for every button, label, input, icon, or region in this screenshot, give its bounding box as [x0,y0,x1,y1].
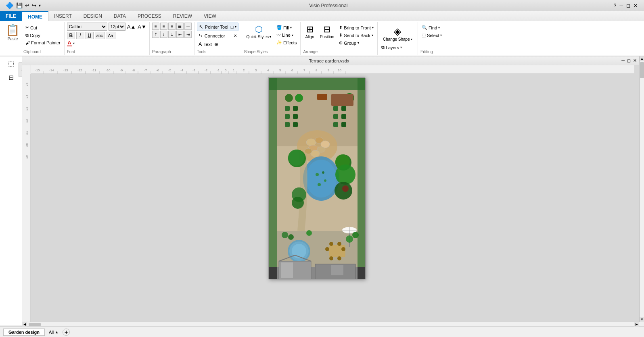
svg-rect-128 [333,106,338,111]
tab-home[interactable]: HOME [22,11,48,22]
pointer-tool-button[interactable]: ↖ Pointer Tool □ ▾ [197,23,239,31]
quick-styles-button[interactable]: ⬡ Quick Styles ▾ [244,23,274,41]
decrease-font-icon[interactable]: A▼ [137,23,147,30]
change-shape-dropdown[interactable]: ▾ [411,37,412,41]
page-tab[interactable]: Garden design [3,329,45,336]
fill-dropdown[interactable]: ▾ [290,26,292,29]
layers-dropdown[interactable]: ▾ [400,46,402,49]
indent-increase-button[interactable]: ⇥ [184,31,192,38]
align-center-button[interactable]: ≡ [160,23,167,30]
save-icon[interactable]: 💾 [16,2,23,8]
vscroll-down-button[interactable]: ▼ [640,317,644,322]
quick-styles-dropdown[interactable]: ▾ [270,35,271,39]
tab-data[interactable]: DATA [108,11,132,21]
select-dropdown[interactable]: ▾ [440,33,442,37]
effects-label: Effects [283,40,297,45]
svg-rect-122 [285,106,290,111]
connector-close-icon[interactable]: ✕ [234,33,237,38]
hscroll-left-button[interactable]: ◀ [22,322,27,327]
hscroll-right-button[interactable]: ▶ [634,322,639,327]
quick-access-toolbar: 🔷 💾 ↩ ↪ ▾ [3,2,43,9]
connector-button[interactable]: ⤷ Connector ✕ [197,32,239,40]
find-dropdown[interactable]: ▾ [438,26,440,29]
copy-button[interactable]: ⧉ Copy [24,32,62,39]
tab-review[interactable]: REVIEW [167,11,198,21]
position-button[interactable]: ⊟ Position [318,23,337,41]
more-icon[interactable]: ▾ [39,3,41,8]
doc-close-icon[interactable]: ✕ [633,58,637,63]
group-dropdown[interactable]: ▾ [358,41,359,45]
drawing-canvas[interactable] [268,77,365,279]
align-button[interactable]: ⊞ Align [303,23,316,41]
font-color-button[interactable]: A [67,40,72,46]
underline-button[interactable]: U [86,32,94,39]
vscroll-up-button[interactable]: ▲ [640,56,644,61]
ruler-corner [22,65,31,74]
increase-font-icon[interactable]: A▲ [127,23,136,30]
quick-styles-icon: ⬡ [255,24,263,35]
svg-point-121 [306,230,312,236]
tab-view[interactable]: VIEW [198,11,222,21]
effects-icon: ✨ [276,40,282,45]
layers-button[interactable]: ⧉ Layers ▾ [380,44,415,51]
align-right-button[interactable]: ≡ [168,23,176,30]
line-dropdown[interactable]: ▾ [292,33,293,37]
align-middle-button[interactable]: ↕ [160,31,167,38]
redo-icon[interactable]: ↪ [32,2,36,8]
vertical-scrollbar[interactable]: ▲ ▼ [639,56,644,322]
paragraph-label: Paragraph [152,50,192,54]
tab-process[interactable]: PROCESS [132,11,167,21]
line-button[interactable]: 〰 Line ▾ [275,32,298,38]
select-label: Select [427,33,439,38]
add-page-button[interactable]: + [63,329,70,336]
doc-minimize-icon[interactable]: ─ [621,58,625,63]
align-bottom-button[interactable]: ⤓ [168,31,176,38]
hscroll-thumb[interactable] [29,323,41,326]
align-left-button[interactable]: ≡ [152,23,159,30]
vscroll-thumb[interactable] [640,62,644,78]
font-family-select[interactable]: Calibri [67,23,107,31]
doc-restore-icon[interactable]: ◻ [627,58,631,63]
find-button[interactable]: 🔍 Find ▾ [420,24,448,31]
restore-icon[interactable]: ◻ [626,3,630,8]
justify-button[interactable]: ☰ [176,23,184,30]
svg-point-90 [335,164,355,185]
font-color-dropdown[interactable]: ▾ [73,42,75,45]
bring-to-front-button[interactable]: ⬆ Bring to Front ▾ [338,24,375,31]
tab-insert[interactable]: INSERT [48,11,78,21]
font-size-select[interactable]: 12pt. [109,23,125,31]
svg-point-85 [322,171,324,174]
bold-button[interactable]: B [67,32,75,39]
tab-file[interactable]: FILE [0,11,22,21]
undo-icon[interactable]: ↩ [25,2,29,8]
arrange-group: ⊞ Align ⊟ Position ⬆ Bring to Front ▾ ⬇ … [301,22,377,55]
minimize-icon[interactable]: ─ [619,3,623,8]
fill-button[interactable]: 🪣 Fill ▾ [275,24,298,31]
bullets-button[interactable]: ≔ [184,23,192,30]
group-button[interactable]: ⊕ Group ▾ [338,40,375,46]
text-button[interactable]: A Text ⊕ [197,40,239,48]
cut-button[interactable]: ✂ Cut [24,24,62,31]
indent-decrease-button[interactable]: ⇤ [176,31,184,38]
change-shape-button[interactable]: ◈ Change Shape ▾ [380,24,415,43]
paste-button[interactable]: 📋 Paste [2,23,23,42]
align-top-button[interactable]: ⤒ [152,31,159,38]
italic-button[interactable]: I [76,32,84,39]
all-pages-button[interactable]: All ▲ [46,329,61,335]
send-to-back-button[interactable]: ⬇ Send to Back ▾ [338,32,375,39]
text-case-button[interactable]: Aa [106,32,115,39]
select-icon: ⬚ [422,33,426,38]
help-icon[interactable]: ? [614,3,617,8]
format-painter-button[interactable]: 🖌 Format Painter [24,40,62,46]
bring-front-dropdown[interactable]: ▾ [372,26,374,29]
strikethrough-button[interactable]: abc [95,32,105,39]
tab-design[interactable]: DESIGN [78,11,108,21]
horizontal-scrollbar[interactable]: ◀ ▶ [22,322,639,327]
send-back-dropdown[interactable]: ▾ [372,33,373,37]
select-button[interactable]: ⬚ Select ▾ [420,32,448,39]
layers-icon: ⧉ [381,45,385,50]
dropdown-arrow[interactable]: ▾ [235,25,236,29]
svg-point-94 [292,197,304,209]
effects-button[interactable]: ✨ Effects [275,39,298,46]
close-icon[interactable]: ✕ [634,3,638,8]
